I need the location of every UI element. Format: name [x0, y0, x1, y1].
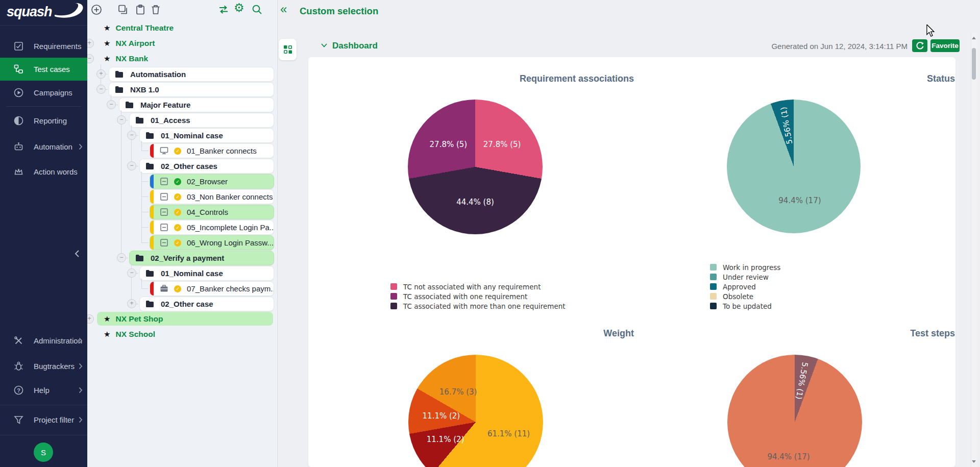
tree-node-project[interactable]: ★NX Pet Shop	[97, 312, 273, 326]
sidebar-item-requirements[interactable]: Requirements	[0, 35, 87, 58]
legend-item[interactable]: To be updated	[710, 301, 780, 311]
legend-swatch	[390, 283, 397, 290]
tree-node-test-case[interactable]: ✓06_Wrong Login Passw...	[150, 235, 274, 250]
sidebar-item-help[interactable]: ?Help	[0, 379, 87, 402]
app-window: squash S RequirementsTest casesCampaigns…	[0, 0, 980, 467]
tree-node-folder[interactable]: Major Feature	[119, 97, 274, 112]
tree-row: ★NX School	[87, 327, 277, 341]
scrollbar-up-arrow[interactable]	[972, 37, 976, 39]
chevron-down-icon[interactable]	[321, 43, 328, 48]
legend-item[interactable]: Under review	[710, 272, 780, 282]
tree-node-folder[interactable]: Automatisation	[109, 67, 274, 82]
tree-expander-plus[interactable]: +	[96, 69, 106, 79]
campaigns-icon	[13, 87, 24, 98]
chart-title-requirement-associations: Requirement associations	[308, 73, 634, 84]
scrollbar-track[interactable]	[971, 33, 977, 467]
legend-item[interactable]: Obsolete	[710, 291, 780, 301]
pie-status[interactable]: 94.4% (17)5.56% (1)	[727, 100, 861, 233]
legend-status: Work in progressUnder reviewApprovedObso…	[710, 262, 780, 311]
tree-row: ★Central Theatre	[87, 21, 277, 35]
tree-node-test-case[interactable]: ✓05_Incomplete Login Pa...	[150, 220, 274, 235]
scrollbar-thumb[interactable]	[972, 48, 976, 80]
squash-logo[interactable]: squash	[0, 0, 87, 26]
tree-node-project[interactable]: ★NX School	[97, 327, 273, 341]
sidebar-item-reporting[interactable]: Reporting	[0, 109, 87, 132]
tree-row: ✓03_Non Banker connects	[87, 189, 277, 203]
tree-node-folder[interactable]: 01_Access	[129, 113, 274, 128]
legend-item[interactable]: Work in progress	[710, 262, 780, 272]
tree-expander-plus[interactable]: +	[127, 299, 136, 308]
pie-requirement-associations[interactable]: 27.8% (5)44.4% (8)27.8% (5)	[408, 100, 543, 234]
dashboard-tab[interactable]	[279, 39, 297, 60]
status-badge-yellow: ✓	[174, 148, 181, 155]
sidebar-item-label: Test cases	[34, 65, 70, 73]
tree-node-label: 02_Verify a payment	[151, 254, 224, 262]
tree-node-test-case[interactable]: ✓07_Banker checks paym...	[150, 281, 274, 296]
tree-node-folder[interactable]: NXB 1.0	[109, 82, 274, 97]
star-icon: ★	[104, 314, 110, 324]
sidebar-item-bugtrackers[interactable]: Bugtrackers	[0, 355, 87, 378]
legend-item[interactable]: TC not associated with any requirement	[390, 282, 566, 291]
dashboard-section-title[interactable]: Dashboard	[332, 41, 378, 51]
chevron-right-icon	[79, 387, 83, 394]
tree-expander-minus[interactable]: −	[96, 85, 106, 94]
tree-node-project[interactable]: ★NX Airport	[97, 36, 273, 50]
tree-row: −01_Nominal case	[87, 266, 277, 280]
tree-node-folder[interactable]: 02_Other cases	[139, 159, 274, 174]
sidebar-item-test-cases[interactable]: Test cases	[0, 58, 87, 81]
sidebar-item-automation[interactable]: Automation	[0, 135, 87, 158]
minus-square-icon	[160, 192, 168, 201]
legend-item[interactable]: TC associated with one requirement	[390, 291, 566, 301]
star-icon: ★	[104, 23, 110, 33]
tree-node-folder[interactable]: 01_Nominal case	[139, 128, 274, 143]
legend-item[interactable]: TC associated with more than one require…	[390, 301, 566, 311]
sidebar-item-administration[interactable]: Administration	[0, 329, 87, 352]
tree-node-test-case[interactable]: ✓01_Banker connects	[150, 143, 274, 158]
folder-icon	[145, 269, 154, 277]
scrollbar-down-arrow[interactable]	[972, 460, 976, 463]
tree-row: −01_Access	[87, 113, 277, 127]
tree-node-test-case[interactable]: ✓03_Non Banker connects	[150, 189, 274, 204]
tree-expander-minus[interactable]: −	[117, 253, 126, 262]
sidebar-item-action-words[interactable]: Action words	[0, 160, 87, 183]
legend-label: TC associated with one requirement	[403, 292, 527, 301]
svg-text:?: ?	[17, 387, 20, 394]
refresh-button[interactable]	[912, 39, 927, 52]
importance-bar	[150, 236, 154, 250]
tree-connector	[141, 141, 142, 151]
page-title: Custom selection	[300, 6, 378, 17]
sidebar-item-project-filter[interactable]: Project filter	[0, 408, 87, 431]
legend-swatch	[710, 283, 717, 290]
tree-node-test-case[interactable]: ✓02_Browser	[150, 174, 274, 189]
tree-node-folder[interactable]: 02_Verify a payment	[129, 251, 274, 265]
tree-node-label: Major Feature	[140, 101, 190, 109]
tree-expander-minus[interactable]: −	[127, 131, 136, 140]
tree-node-folder[interactable]: 02_Other case	[139, 297, 274, 311]
importance-bar	[150, 205, 154, 219]
tree-node-label: NXB 1.0	[130, 85, 159, 94]
favorite-button[interactable]: Favorite	[930, 39, 960, 52]
importance-bar	[150, 144, 154, 158]
tree-node-project[interactable]: ★Central Theatre	[97, 21, 273, 35]
sidebar-collapse-icon[interactable]	[74, 250, 81, 258]
sidebar-divider	[0, 435, 87, 435]
tree-expander-minus[interactable]: −	[117, 115, 126, 125]
tree-node-project[interactable]: ★NX Bank	[97, 52, 273, 65]
legend-label: Approved	[723, 283, 756, 291]
tree-expander-minus[interactable]: −	[127, 161, 136, 170]
legend-item[interactable]: Approved	[710, 282, 780, 291]
user-avatar[interactable]: S	[34, 443, 53, 462]
tree-node-test-case[interactable]: ✓04_Controls	[150, 205, 274, 219]
tree-expander-minus[interactable]: −	[107, 100, 116, 109]
minus-square-icon	[160, 177, 168, 186]
tree-node-folder[interactable]: 01_Nominal case	[139, 266, 274, 281]
tree-connector	[141, 212, 149, 212]
status-badge-green: ✓	[174, 178, 181, 185]
pie-slice-label: 94.4% (17)	[767, 452, 810, 461]
chevron-right-icon	[79, 363, 83, 370]
tree-expander-minus[interactable]: −	[127, 268, 136, 278]
legend-requirement-associations: TC not associated with any requirementTC…	[390, 282, 566, 311]
collapse-workspace-icon[interactable]: «	[280, 2, 287, 16]
importance-bar	[150, 220, 154, 234]
sidebar-item-campaigns[interactable]: Campaigns	[0, 81, 87, 104]
